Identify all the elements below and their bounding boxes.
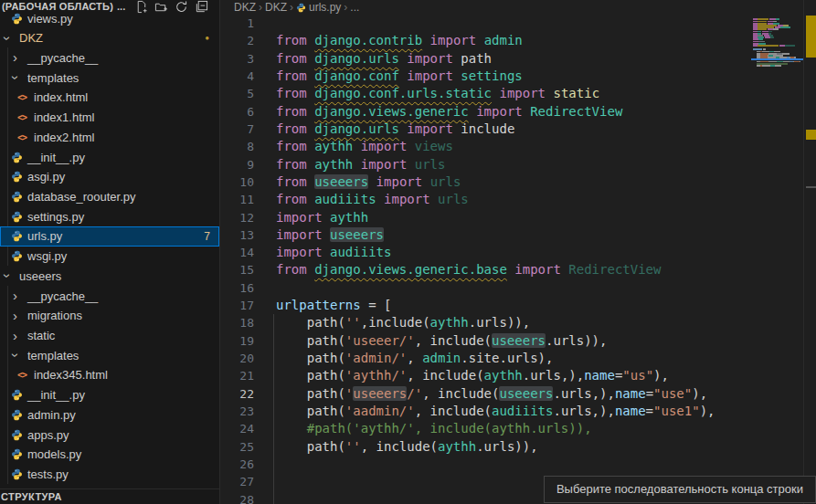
tree-file-index2-html[interactable]: <>index2.html — [0, 127, 219, 147]
tree-file-settings-py[interactable]: settings.py — [0, 206, 219, 226]
new-file-button[interactable] — [134, 0, 148, 14]
breadcrumb-separator-icon: › — [259, 1, 262, 14]
explorer-section-header[interactable]: (РАБОЧАЯ ОБЛАСТЬ) ... — [0, 0, 219, 13]
breadcrumb-item[interactable]: DKZ — [234, 1, 256, 14]
tree-folder--pycache-[interactable]: ›__pycache__ — [0, 47, 219, 68]
outline-section-header[interactable]: СТРУКТУРА — [0, 488, 219, 504]
code-line-5[interactable]: 5from django.conf.urls.static import sta… — [220, 85, 751, 102]
code-line-15[interactable]: 15from django.views.generic.base import … — [220, 261, 751, 278]
code-token: import — [276, 245, 330, 259]
code-token: , include( — [407, 368, 483, 383]
line-number: 19 — [220, 332, 254, 350]
tree-folder-templates[interactable]: ›templates — [0, 345, 219, 365]
tree-file-database-roouter-py[interactable]: database_roouter.py — [0, 186, 219, 206]
code-line-21[interactable]: 21 path('aythh/', include(aythh.urls,),n… — [220, 367, 751, 384]
code-token: name — [615, 404, 646, 418]
code-line-4[interactable]: 4from django.conf import settings — [220, 68, 751, 85]
code-token: audiiits — [492, 404, 553, 418]
code-line-14[interactable]: 14import audiiits — [220, 244, 751, 261]
tree-folder-dkz[interactable]: ›DKZ● — [0, 28, 219, 48]
code-token: useeers — [499, 386, 553, 401]
code-token: /' — [407, 386, 422, 401]
overview-ruler[interactable] — [803, 0, 816, 504]
refresh-button[interactable] — [175, 0, 188, 14]
tree-file--init-py[interactable]: __init__.py — [0, 385, 219, 405]
tree-file-asgi-py[interactable]: asgi.py — [0, 167, 219, 187]
tree-file-tests-py[interactable]: tests.py — [0, 465, 219, 485]
breadcrumb-item[interactable]: urls.py — [296, 1, 341, 14]
indent-guide — [273, 314, 274, 504]
code-line-10[interactable]: 10from useeers import urls — [220, 173, 751, 191]
minimap-line — [753, 45, 795, 47]
code-line-1[interactable]: 1 — [220, 15, 751, 32]
tree-file-models-py[interactable]: models.py — [0, 445, 219, 465]
tree-file-wsgi-py[interactable]: wsgi.py — [0, 247, 219, 267]
tree-item-label: index2.html — [34, 131, 94, 144]
tree-item-label: index1.html — [34, 110, 94, 124]
code-token: from — [276, 68, 314, 83]
code-line-16[interactable]: 16 — [220, 279, 751, 297]
code-line-26[interactable]: 26 — [220, 456, 751, 473]
code-line-24[interactable]: 24 #path('aythh/', include(aythh.urls)), — [220, 420, 751, 437]
code-token: .urls)), — [469, 315, 530, 330]
code-token: .urls,), — [553, 404, 614, 418]
tree-item-label: migrations — [27, 309, 82, 322]
code-token: from — [276, 121, 314, 136]
python-icon — [11, 191, 23, 203]
more-actions-icon[interactable]: ... — [117, 1, 125, 12]
code-line-7[interactable]: 7from django.urls import include — [220, 121, 751, 138]
tree-item-label: tests.py — [27, 467, 69, 481]
code-line-6[interactable]: 6from django.views.generic import Redire… — [220, 103, 751, 121]
python-icon — [296, 3, 306, 13]
tree-file-index345-html[interactable]: <>index345.html — [0, 365, 219, 385]
collapse-folders-button[interactable] — [195, 0, 208, 14]
tree-file--init-py[interactable]: __init__.py — [0, 147, 219, 167]
code-line-22[interactable]: 22 path('useeers/', include(useeers.urls… — [220, 385, 751, 403]
new-folder-button[interactable] — [154, 0, 168, 14]
code-line-18[interactable]: 18 path('',include(aythh.urls)), — [220, 314, 751, 331]
code-token: path( — [276, 351, 345, 365]
python-icon — [11, 409, 23, 421]
breadcrumb-item[interactable]: ... — [350, 1, 359, 14]
tree-file-index1-html[interactable]: <>index1.html — [0, 108, 219, 128]
code-token: = — [646, 386, 653, 401]
line-number: 18 — [220, 314, 254, 331]
code-line-12[interactable]: 12import aythh — [220, 209, 751, 226]
code-line-25[interactable]: 25 path('', include(aythh.urls)), — [220, 438, 751, 456]
tree-folder-useeers[interactable]: ›useeers — [0, 266, 219, 286]
line-number: 16 — [220, 279, 254, 297]
tree-file-apps-py[interactable]: apps.py — [0, 425, 219, 445]
line-number: 21 — [220, 367, 254, 384]
breadcrumb-label: ... — [350, 1, 359, 14]
code-line-3[interactable]: 3from django.urls import path — [220, 50, 751, 68]
code-token: , include( — [361, 439, 438, 454]
code-line-20[interactable]: 20 path('admin/', admin.site.urls), — [220, 350, 751, 367]
tree-file-urls-py[interactable]: urls.py7 — [0, 226, 219, 247]
tree-folder--pycache-[interactable]: ›__pycache__ — [0, 286, 219, 306]
code-line-8[interactable]: 8from aythh import views — [220, 138, 751, 155]
code-token: aythh — [484, 368, 523, 383]
code-line-19[interactable]: 19 path('useeer/', include(useeers.urls)… — [220, 332, 751, 350]
minimap[interactable] — [751, 0, 803, 504]
html-icon: <> — [17, 370, 26, 380]
tree-file-admin-py[interactable]: admin.py — [0, 404, 219, 425]
code-token: django.urls — [314, 51, 399, 66]
line-number: 13 — [220, 226, 254, 244]
breadcrumb: DKZ›DKZ›urls.py›... — [220, 0, 816, 15]
code-line-9[interactable]: 9from aythh import urls — [220, 156, 751, 173]
code-token: , — [407, 351, 422, 365]
tree-folder-static[interactable]: ›static — [0, 326, 219, 346]
code-line-17[interactable]: 17urlpatterns = [ — [220, 297, 751, 314]
code-line-23[interactable]: 23 path('aadmin/', include(audiiits.urls… — [220, 403, 751, 420]
code-token: 'aythh/' — [345, 368, 407, 383]
code-line-2[interactable]: 2from django.contrib import admin — [220, 32, 751, 49]
tree-folder-templates[interactable]: ›templates — [0, 68, 219, 88]
breadcrumb-item[interactable]: DKZ — [265, 1, 287, 14]
tree-folder-migrations[interactable]: ›migrations — [0, 306, 219, 326]
tree-item-label: templates — [27, 71, 79, 85]
code-token: path( — [276, 404, 345, 418]
code-area[interactable]: 12from django.contrib import admin3from … — [220, 0, 751, 504]
tree-file-index-html[interactable]: <>index.html — [0, 88, 219, 108]
code-line-11[interactable]: 11from audiiits import urls — [220, 191, 751, 208]
code-line-13[interactable]: 13import useeers — [220, 226, 751, 244]
